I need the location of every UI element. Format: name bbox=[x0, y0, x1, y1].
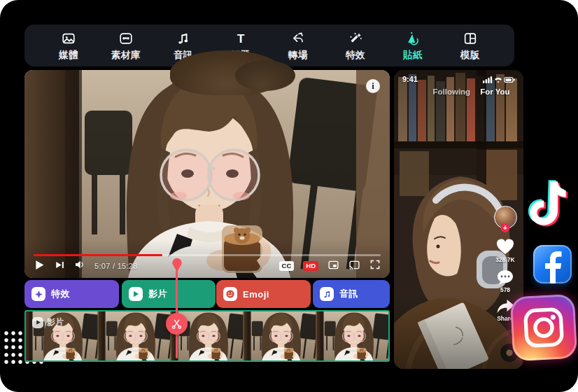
play-icon bbox=[32, 317, 43, 328]
miniplayer-icon[interactable] bbox=[327, 259, 339, 274]
tab-for-you[interactable]: For You bbox=[480, 88, 509, 96]
sticker-icon bbox=[404, 30, 421, 47]
video-preview: i 5:07 / 15:28 CC HD bbox=[24, 70, 390, 278]
sparkle-icon bbox=[31, 287, 45, 301]
media-icon bbox=[60, 30, 77, 47]
transition-icon bbox=[290, 30, 306, 47]
tab-label: 素材庫 bbox=[111, 49, 141, 62]
info-icon[interactable]: i bbox=[366, 79, 380, 93]
tab-effects[interactable]: 特效 bbox=[335, 30, 376, 62]
timeline-thumbnail bbox=[244, 312, 317, 360]
tab-transition[interactable]: 轉場 bbox=[278, 30, 318, 62]
next-button[interactable] bbox=[55, 260, 65, 273]
like-heart-icon[interactable] bbox=[496, 239, 514, 255]
follow-plus-icon[interactable]: + bbox=[501, 223, 510, 232]
emoji-icon bbox=[223, 287, 237, 301]
tab-following[interactable]: Following bbox=[432, 88, 470, 96]
template-icon bbox=[462, 30, 479, 47]
music-icon bbox=[320, 287, 334, 301]
creator-avatar[interactable]: + bbox=[494, 206, 517, 229]
track-emoji[interactable]: Emoji bbox=[216, 280, 311, 308]
status-icons bbox=[483, 76, 515, 83]
timeline-thumbnail bbox=[317, 312, 390, 360]
track-label: 影片 bbox=[148, 288, 167, 300]
feed-tabs: Following For You bbox=[394, 88, 523, 96]
tab-template[interactable]: 模版 bbox=[450, 30, 491, 62]
hd-quality-badge[interactable]: HD bbox=[303, 261, 318, 271]
tab-label: 媒體 bbox=[59, 49, 78, 62]
play-icon bbox=[129, 287, 143, 301]
video-progress-bar[interactable] bbox=[34, 254, 381, 256]
status-time: 9:41 bbox=[402, 75, 418, 83]
tab-label: 特效 bbox=[346, 49, 365, 62]
cast-icon[interactable] bbox=[348, 259, 360, 274]
time-display: 5:07 / 15:28 bbox=[94, 262, 138, 270]
phone-mockup: 9:41 Following For You + 328.7K bbox=[394, 70, 523, 369]
track-label: Emoji bbox=[243, 289, 269, 300]
cc-button[interactable]: CC bbox=[279, 261, 295, 271]
track-label: 特效 bbox=[51, 288, 70, 300]
instagram-icon[interactable] bbox=[510, 294, 578, 362]
split-scissors-button[interactable] bbox=[166, 313, 188, 335]
text-icon: T bbox=[232, 30, 249, 47]
effects-icon bbox=[347, 30, 364, 47]
tab-label: 模版 bbox=[460, 49, 480, 62]
player-controls: 5:07 / 15:28 CC HD bbox=[34, 258, 381, 274]
timeline-thumbnail bbox=[99, 312, 171, 360]
track-effects[interactable]: 特效 bbox=[24, 280, 119, 308]
timeline-filmstrip[interactable]: 影片 bbox=[24, 310, 390, 362]
fullscreen-icon[interactable] bbox=[369, 259, 381, 273]
facebook-icon[interactable] bbox=[533, 245, 572, 284]
tab-label: 貼紙 bbox=[403, 49, 423, 62]
volume-icon[interactable] bbox=[74, 259, 85, 273]
tab-library[interactable]: 素材庫 bbox=[106, 30, 146, 62]
library-icon bbox=[118, 30, 134, 47]
play-button[interactable] bbox=[34, 259, 45, 274]
phone-status-bar: 9:41 bbox=[394, 74, 523, 85]
tab-media[interactable]: 媒體 bbox=[48, 30, 89, 62]
tab-sticker[interactable]: 貼紙 bbox=[393, 30, 433, 62]
tab-label: 轉場 bbox=[288, 49, 308, 62]
hair-popout-right bbox=[235, 60, 295, 91]
tiktok-icon[interactable] bbox=[524, 178, 569, 231]
video-progress-fill bbox=[34, 254, 162, 256]
track-label: 音訊 bbox=[339, 288, 358, 300]
editor-mockup: 媒體 素材庫 音訊 T 標題 bbox=[0, 0, 578, 392]
like-count: 328.7K bbox=[495, 256, 514, 263]
track-audio[interactable]: 音訊 bbox=[313, 280, 390, 308]
clip-label: 影片 bbox=[32, 316, 64, 328]
audio-icon bbox=[175, 30, 192, 47]
svg-text:T: T bbox=[237, 31, 245, 45]
comment-icon[interactable] bbox=[497, 270, 514, 285]
track-video[interactable]: 影片 bbox=[122, 280, 216, 308]
comment-count: 578 bbox=[500, 286, 510, 293]
